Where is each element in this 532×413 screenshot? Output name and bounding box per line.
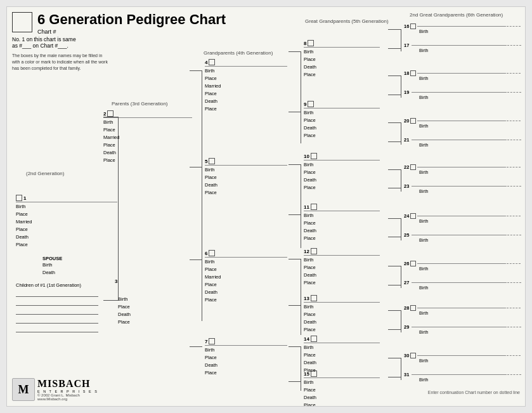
- person-15: 15 BirthPlaceDeathPlace: [304, 370, 380, 407]
- child-line-1: [16, 290, 98, 297]
- hline-p23: [388, 188, 401, 188]
- person-1-box: [16, 195, 22, 201]
- person-3-num: 3: [115, 279, 117, 284]
- hline-p26: [388, 266, 401, 266]
- hline-p29: [388, 329, 401, 330]
- person-11: 11 BirthPlaceDeathPlace: [304, 204, 380, 242]
- person-3-fields: Birth Place Death Place: [118, 296, 131, 326]
- person-6: 6 Birth Place Married Place Death Place: [205, 250, 287, 304]
- person-4-name-line: [205, 66, 287, 67]
- gen-label-6: 2nd Great Grandparents (6th Generation): [410, 12, 503, 18]
- hline-p6-connect: [190, 259, 202, 260]
- child-line-4: [16, 317, 98, 324]
- children-section: Children of #1 (1st Generation) 3: [16, 282, 98, 334]
- chart-box: [12, 12, 32, 32]
- logo-area: M MISBACH E N T E R P R I S E S © 2002 G…: [12, 378, 98, 401]
- logo-icon: M: [12, 378, 35, 401]
- hline-p30: [388, 358, 401, 358]
- person-16: 16 Birth: [404, 23, 521, 34]
- hline-p14: [289, 346, 301, 347]
- logo-brand: MISBACH: [37, 378, 98, 390]
- gen-label-4: Grandparents (4th Generation): [204, 50, 273, 56]
- vline-gen34-main: [202, 70, 202, 321]
- hline-p8: [289, 51, 301, 52]
- logo-web: www.Misbach.org: [37, 397, 98, 401]
- gen-label-5: Great Grandparents (5th Generation): [305, 18, 389, 24]
- chart-num-label: Chart #: [37, 29, 226, 35]
- person-20: 20 Birth: [404, 118, 521, 128]
- person-5-name-line: [205, 165, 287, 166]
- same-as: No. 1 on this chart is same as #___ on C…: [12, 36, 76, 49]
- person-2-fields: Birth Place Married Place Death Place: [103, 119, 192, 164]
- hline-p10: [289, 164, 301, 165]
- person-1-name-line: [16, 202, 117, 202]
- hline-p4-connect: [190, 70, 202, 71]
- hline-p18: [388, 75, 401, 76]
- person-21: 21 Birth: [404, 137, 521, 147]
- continuation-note: Enter continuation Chart number on dotte…: [428, 390, 520, 395]
- child-line-2: [16, 299, 98, 306]
- person-27: 27 Birth: [404, 280, 521, 290]
- person-26: 26 Birth: [404, 261, 521, 271]
- hline-p11: [289, 214, 301, 215]
- person-23: 23 Birth: [404, 183, 521, 193]
- person-4-num: 4: [205, 60, 207, 65]
- person-22: 22 Birth: [404, 164, 521, 174]
- page: 6 Generation Pedigree Chart Chart # No. …: [6, 6, 526, 407]
- hline-p22: [388, 169, 401, 170]
- vline-1213: [301, 259, 301, 335]
- person-6-name-line: [205, 257, 287, 258]
- person-7: 7 Birth Place Death Place: [205, 338, 287, 377]
- person-30: 30 Birth: [404, 353, 521, 363]
- person-24: 24 Birth: [404, 213, 521, 223]
- person-5-box: [209, 158, 215, 164]
- gen-label-2: (2nd Generation): [26, 171, 64, 176]
- person-2-name-line: [103, 117, 192, 118]
- person-6-box: [209, 250, 215, 256]
- person-1-num: 1: [23, 195, 26, 201]
- hline-p20: [388, 122, 401, 123]
- person-9: 9 BirthPlaceDeathPlace: [304, 101, 380, 140]
- person-29: 29 Birth: [404, 324, 521, 334]
- vline-gen23-main: [118, 117, 119, 301]
- person-2: 2 Birth Place Married Place Death Place: [103, 110, 192, 164]
- gen-label-3: Parents (3rd Generation): [112, 101, 168, 107]
- person-2-num: 2: [103, 111, 106, 117]
- person-1: 1 Birth Place Married Place Death Place: [16, 195, 117, 249]
- hline-p16: [388, 29, 401, 30]
- person-5: 5 Birth Place Death Place: [205, 158, 287, 197]
- person-1-fields: Birth Place Married Place Death Place: [16, 203, 117, 249]
- vline-1011: [301, 164, 301, 248]
- child-line-5: [16, 325, 98, 332]
- hline-p17: [388, 48, 401, 49]
- hline-p31: [388, 377, 401, 377]
- person-4-box: [209, 59, 215, 65]
- hline-p9: [289, 112, 301, 112]
- hline-p2-connect: [103, 117, 119, 117]
- person-14: 14 BirthPlaceDeathPlace: [304, 336, 380, 374]
- spouse-section: SPOUSE Birth Death: [42, 256, 62, 277]
- hline-p27: [388, 285, 401, 285]
- person-31: 31 Birth: [404, 372, 521, 382]
- hline-p28: [388, 310, 401, 311]
- spouse-label: SPOUSE: [42, 256, 62, 261]
- main-title: 6 Generation Pedigree Chart: [37, 12, 226, 27]
- hline-p3-connect: [103, 300, 119, 301]
- person-2-box: [107, 110, 114, 117]
- hline-p12: [289, 259, 301, 259]
- person-4: 4 Birth Place Married Place Death Place: [205, 59, 287, 113]
- title-area: 6 Generation Pedigree Chart Chart #: [12, 12, 226, 35]
- person-12: 12 BirthPlaceDeathPlace: [304, 248, 380, 287]
- person-5-num: 5: [205, 159, 207, 164]
- hline-p25: [388, 237, 401, 237]
- person-10: 10 BirthPlaceDeathPlace: [304, 153, 380, 192]
- person-7-name-line: [205, 345, 287, 346]
- hline-p19: [388, 95, 401, 95]
- person-13: 13 BirthPlaceDeathPlace: [304, 295, 380, 334]
- vline-89: [301, 51, 301, 143]
- child-line-3: [16, 308, 98, 315]
- hline-p13: [289, 305, 301, 306]
- person-28: 28 Birth: [404, 305, 521, 315]
- hline-p15: [289, 381, 301, 382]
- hline-p24: [388, 218, 401, 219]
